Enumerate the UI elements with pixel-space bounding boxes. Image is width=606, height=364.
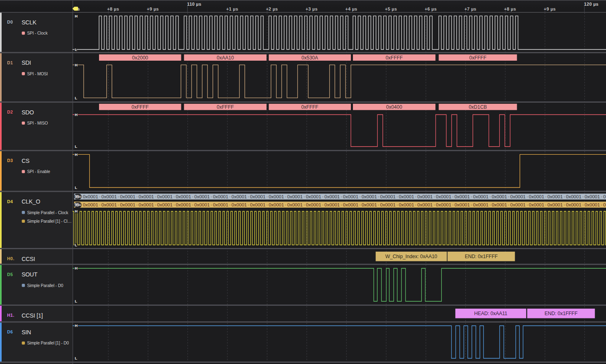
svg-text:H: H bbox=[75, 323, 78, 328]
svg-text:0x0001: 0x0001 bbox=[176, 202, 191, 207]
svg-text:0xFFFF: 0xFFFF bbox=[132, 104, 149, 110]
svg-text:W_Chip_Index: 0xAA10: W_Chip_Index: 0xAA10 bbox=[385, 254, 437, 259]
svg-text:·: · bbox=[452, 194, 454, 199]
svg-text:·: · bbox=[99, 194, 101, 199]
svg-text:0x0001: 0x0001 bbox=[361, 202, 377, 207]
svg-text:D2: D2 bbox=[7, 110, 13, 114]
svg-text:·: · bbox=[266, 202, 268, 207]
svg-text:·: · bbox=[341, 202, 342, 207]
svg-text:·: · bbox=[601, 202, 602, 207]
svg-text:·: · bbox=[378, 202, 379, 207]
svg-text:+8 µs: +8 µs bbox=[107, 7, 119, 11]
svg-text:D5: D5 bbox=[7, 272, 13, 277]
svg-text:+1 µs: +1 µs bbox=[226, 7, 238, 11]
svg-text:Simple Parallel - D0: Simple Parallel - D0 bbox=[27, 283, 64, 288]
svg-text:0x0001: 0x0001 bbox=[83, 202, 98, 207]
svg-text:L: L bbox=[75, 47, 77, 52]
svg-text:H: H bbox=[75, 209, 78, 213]
svg-text:0x0001: 0x0001 bbox=[101, 194, 117, 199]
svg-text:Simple Parallel - Clock: Simple Parallel - Clock bbox=[27, 211, 69, 215]
svg-text:0xD1CB: 0xD1CB bbox=[469, 104, 487, 110]
svg-text:·: · bbox=[489, 202, 491, 207]
svg-text:·: · bbox=[136, 202, 138, 207]
svg-text:D0: D0 bbox=[7, 20, 13, 24]
svg-text:D1: D1 bbox=[7, 60, 13, 65]
svg-text:·: · bbox=[415, 194, 416, 199]
svg-text:L: L bbox=[75, 299, 77, 303]
svg-text:0x0001: 0x0001 bbox=[473, 202, 489, 207]
svg-text:D3: D3 bbox=[7, 158, 13, 163]
svg-text:0x0001: 0x0001 bbox=[566, 194, 582, 199]
svg-text:0xFFFF: 0xFFFF bbox=[301, 104, 318, 110]
svg-text:·: · bbox=[582, 194, 584, 199]
svg-text:0x0001: 0x0001 bbox=[399, 202, 414, 207]
svg-text:·: · bbox=[434, 194, 435, 199]
svg-text:+9 µs: +9 µs bbox=[544, 7, 556, 11]
svg-text:·: · bbox=[508, 202, 509, 207]
svg-text:CCSI: CCSI bbox=[22, 256, 35, 262]
svg-text:0xFFFF: 0xFFFF bbox=[386, 55, 403, 61]
svg-text:Simple Parallel [1] - D0: Simple Parallel [1] - D0 bbox=[27, 341, 69, 345]
svg-text:0x0001: 0x0001 bbox=[399, 194, 414, 199]
svg-text:0x0001: 0x0001 bbox=[306, 194, 321, 199]
svg-text:SPI - Enable: SPI - Enable bbox=[27, 169, 51, 174]
svg-text:0x0001: 0x0001 bbox=[324, 202, 340, 207]
svg-text:0x0001: 0x0001 bbox=[250, 194, 266, 199]
svg-text:·: · bbox=[359, 194, 361, 199]
svg-text:0x0001: 0x0001 bbox=[343, 194, 359, 199]
svg-text:0x0001: 0x0001 bbox=[250, 202, 266, 207]
svg-text:·: · bbox=[397, 202, 398, 207]
svg-text:0x0001: 0x0001 bbox=[380, 194, 396, 199]
svg-text:·: · bbox=[248, 202, 249, 207]
svg-text:0x2000: 0x2000 bbox=[132, 55, 148, 61]
svg-text:H0.: H0. bbox=[7, 256, 15, 261]
svg-text:SPI - MOSI: SPI - MOSI bbox=[27, 72, 48, 76]
svg-text:·: · bbox=[173, 202, 175, 207]
svg-text:+4 µs: +4 µs bbox=[345, 7, 357, 11]
svg-text:SOUT: SOUT bbox=[22, 271, 37, 278]
svg-text:CS: CS bbox=[22, 158, 29, 164]
svg-text:END: 0x1FFFF: END: 0x1FFFF bbox=[544, 311, 577, 316]
svg-text:120 µs: 120 µs bbox=[584, 2, 599, 7]
svg-text:0x0001: 0x0001 bbox=[213, 194, 228, 199]
svg-text:·: · bbox=[192, 202, 194, 207]
svg-text:·: · bbox=[304, 194, 305, 199]
svg-text:0x0001: 0x0001 bbox=[566, 202, 582, 207]
svg-text:+2 µs: +2 µs bbox=[266, 7, 278, 11]
svg-text:0x0001: 0x0001 bbox=[176, 194, 191, 199]
svg-text:·: · bbox=[266, 194, 268, 199]
svg-text:·: · bbox=[155, 194, 156, 199]
svg-text:·: · bbox=[508, 194, 509, 199]
svg-text:+6 µs: +6 µs bbox=[425, 7, 437, 11]
svg-text:0x0001: 0x0001 bbox=[454, 194, 470, 199]
svg-text:·: · bbox=[527, 202, 528, 207]
svg-text:+7 µs: +7 µs bbox=[464, 7, 476, 11]
svg-text:0x0001: 0x0001 bbox=[306, 202, 321, 207]
svg-text:L: L bbox=[75, 96, 77, 100]
svg-text:0x0001: 0x0001 bbox=[584, 194, 600, 199]
svg-text:0x0001: 0x0001 bbox=[194, 194, 210, 199]
svg-text:0x0001: 0x0001 bbox=[101, 202, 117, 207]
svg-text:L: L bbox=[75, 144, 77, 149]
svg-text:L: L bbox=[75, 243, 77, 247]
svg-text:0x0001: 0x0001 bbox=[213, 202, 228, 207]
svg-text:HEAD: 0xAA11: HEAD: 0xAA11 bbox=[474, 311, 508, 316]
svg-text:0x0001: 0x0001 bbox=[287, 202, 303, 207]
svg-text:·: · bbox=[564, 194, 565, 199]
svg-text:·: · bbox=[545, 194, 547, 199]
svg-text:·: · bbox=[564, 202, 565, 207]
svg-text:0x0001: 0x0001 bbox=[491, 194, 507, 199]
svg-text:0x0001: 0x0001 bbox=[510, 194, 526, 199]
svg-text:·: · bbox=[118, 194, 119, 199]
svg-text:SCLK: SCLK bbox=[22, 19, 37, 26]
svg-text:·: · bbox=[304, 202, 305, 207]
svg-text:Simple Parallel [1] - Cl…: Simple Parallel [1] - Cl… bbox=[27, 219, 72, 224]
svg-text:·: · bbox=[582, 202, 584, 207]
svg-text:·: · bbox=[192, 194, 194, 199]
svg-text:0x0001: 0x0001 bbox=[361, 194, 377, 199]
svg-text:·: · bbox=[471, 202, 472, 207]
svg-text:·: · bbox=[211, 194, 212, 199]
svg-text:0xFFFF: 0xFFFF bbox=[217, 104, 234, 110]
svg-text:0x0001: 0x0001 bbox=[436, 194, 452, 199]
svg-text:·: · bbox=[527, 194, 528, 199]
